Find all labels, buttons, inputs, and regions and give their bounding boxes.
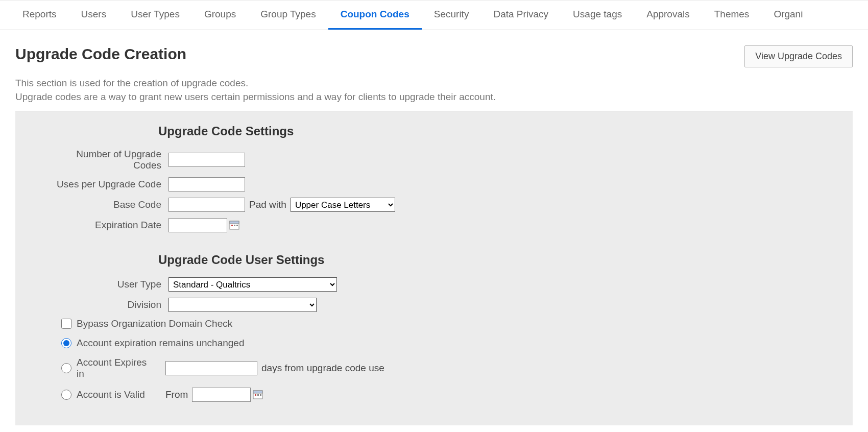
- row-radio-unchanged: Account expiration remains unchanged: [61, 338, 822, 349]
- row-base-code: Base Code Pad with Upper Case Letters: [46, 198, 822, 212]
- tab-users[interactable]: Users: [69, 1, 119, 30]
- tab-groups[interactable]: Groups: [192, 1, 248, 30]
- expires-in-suffix: days from upgrade code use: [261, 363, 384, 374]
- desc-line-1: This section is used for the creation of…: [15, 78, 248, 88]
- valid-from-label: From: [165, 389, 188, 400]
- svg-rect-7: [255, 394, 256, 396]
- svg-rect-2: [231, 225, 233, 226]
- radio-valid-label: Account is Valid: [77, 389, 153, 400]
- tab-user-types[interactable]: User Types: [118, 1, 192, 30]
- pad-with-select[interactable]: Upper Case Letters: [291, 198, 395, 212]
- bypass-checkbox[interactable]: [61, 319, 71, 329]
- calendar-icon[interactable]: [253, 390, 263, 400]
- tab-security[interactable]: Security: [422, 1, 481, 30]
- expiration-label: Expiration Date: [46, 220, 168, 231]
- row-bypass-check: Bypass Organization Domain Check: [61, 318, 822, 329]
- svg-rect-4: [236, 225, 238, 226]
- division-select[interactable]: [168, 298, 317, 312]
- radio-unchanged[interactable]: [61, 338, 71, 348]
- num-codes-input[interactable]: [168, 153, 245, 167]
- svg-rect-8: [257, 394, 259, 396]
- radio-valid[interactable]: [61, 390, 71, 400]
- base-code-label: Base Code: [46, 199, 168, 210]
- valid-from-input[interactable]: [192, 388, 251, 402]
- view-upgrade-codes-button[interactable]: View Upgrade Codes: [744, 45, 853, 67]
- tab-organi[interactable]: Organi: [761, 1, 815, 30]
- desc-line-2: Upgrade codes are a way to grant new use…: [15, 91, 496, 102]
- user-settings-heading: Upgrade Code User Settings: [158, 253, 822, 267]
- uses-per-label: Uses per Upgrade Code: [46, 179, 168, 190]
- tab-themes[interactable]: Themes: [702, 1, 762, 30]
- pad-with-label: Pad with: [249, 199, 286, 210]
- page-description: This section is used for the creation of…: [0, 73, 868, 111]
- num-codes-label: Number of Upgrade Codes: [46, 149, 168, 171]
- settings-heading: Upgrade Code Settings: [158, 124, 822, 138]
- row-number-of-codes: Number of Upgrade Codes: [46, 149, 822, 171]
- tab-approvals[interactable]: Approvals: [634, 1, 702, 30]
- top-tabs: ReportsUsersUser TypesGroupsGroup TypesC…: [0, 0, 868, 30]
- tab-reports[interactable]: Reports: [10, 1, 69, 30]
- expires-in-input[interactable]: [165, 361, 257, 375]
- svg-rect-6: [253, 391, 262, 393]
- row-radio-valid: Account is Valid From: [61, 388, 822, 402]
- division-label: Division: [46, 299, 168, 310]
- expiration-input[interactable]: [168, 218, 227, 232]
- page-title: Upgrade Code Creation: [15, 45, 186, 63]
- user-type-select[interactable]: Standard - Qualtrics: [168, 277, 337, 292]
- tab-data-privacy[interactable]: Data Privacy: [481, 1, 561, 30]
- row-division: Division: [46, 298, 822, 312]
- tab-usage-tags[interactable]: Usage tags: [561, 1, 634, 30]
- uses-per-input[interactable]: [168, 177, 245, 191]
- svg-rect-3: [234, 225, 235, 226]
- row-expiration-date: Expiration Date: [46, 218, 822, 232]
- bypass-label: Bypass Organization Domain Check: [77, 318, 232, 329]
- svg-rect-1: [230, 221, 239, 224]
- row-user-type: User Type Standard - Qualtrics: [46, 277, 822, 292]
- radio-expires-in[interactable]: [61, 363, 71, 373]
- radio-expires-in-label: Account Expires in: [77, 357, 153, 379]
- base-code-input[interactable]: [168, 198, 245, 212]
- tab-group-types[interactable]: Group Types: [248, 1, 328, 30]
- row-radio-expires-in: Account Expires in days from upgrade cod…: [61, 357, 822, 379]
- tab-coupon-codes[interactable]: Coupon Codes: [328, 1, 422, 30]
- radio-unchanged-label: Account expiration remains unchanged: [77, 338, 244, 349]
- row-uses-per-code: Uses per Upgrade Code: [46, 177, 822, 191]
- user-type-label: User Type: [46, 279, 168, 290]
- settings-area: Upgrade Code Settings Number of Upgrade …: [15, 111, 853, 425]
- page-header: Upgrade Code Creation View Upgrade Codes: [0, 30, 868, 73]
- calendar-icon[interactable]: [229, 220, 239, 230]
- svg-rect-9: [260, 394, 261, 396]
